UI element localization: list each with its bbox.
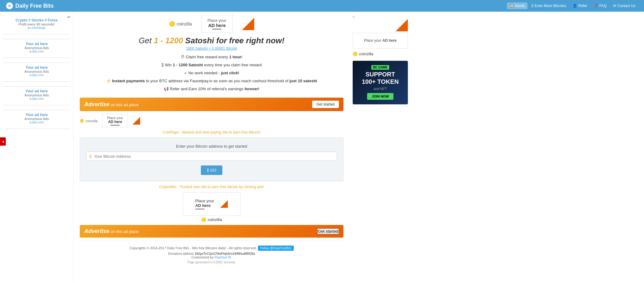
right-sidebar-collapse[interactable]: < <box>353 15 408 19</box>
place-ad-small-line2: AD here <box>108 120 122 124</box>
coinpayu-link: CoinPayu - Newest and best paying site t… <box>80 130 343 134</box>
place-ad-mid-line1: Place your <box>195 199 214 203</box>
place-ad-mid-triangle <box>220 200 228 208</box>
sidebar-ad-3-link[interactable]: a-ads.com <box>3 73 70 77</box>
ad-strip-2-text: Advertise on this ad place <box>84 228 139 235</box>
bitcoin-input-section: Enter your Bitcoin address to get starte… <box>80 138 343 181</box>
place-ad-mid-section: Place your AD here 🟡 coinzilla <box>80 192 343 222</box>
customized-by-label: Customized by <box>191 255 214 259</box>
right-sidebar: < Place your AD here 🟡 coinzilla BC.GAME… <box>350 12 411 282</box>
place-ad-mid-line2: AD here <box>195 203 211 208</box>
ad-strip-1-btn[interactable]: Get started <box>312 101 339 108</box>
right-triangle-top <box>353 19 408 31</box>
sidebar-ad-5-title[interactable]: Your ad here <box>3 113 70 117</box>
header: ⊙ Daily Free Bits 🏠 Home ₿ Even More Bit… <box>0 0 644 12</box>
coinzilla-mid: 🟡 coinzilla <box>201 217 222 222</box>
layout: ▬ Crypto // Stocks // Forex Profit every… <box>0 12 644 282</box>
nav-more-bitcoins[interactable]: ₿ Even More Bitcoins <box>529 2 569 9</box>
sidebar-minimize[interactable]: ▬ <box>3 15 70 18</box>
donation-label: Donations address <box>168 252 194 255</box>
hero-section: Get 1 - 1200 Satoshi for free right now!… <box>80 36 343 93</box>
logo-icon: ⊙ <box>6 2 13 9</box>
place-ad-top[interactable]: Place your AD here <box>201 15 233 33</box>
sidebar-ad-5-sub: Anonymous Ads <box>3 117 70 121</box>
bcgame-join-btn[interactable]: JOIN NOW <box>367 93 393 100</box>
coinzilla-emoji-top: 🟡 <box>169 21 175 27</box>
right-place-ad[interactable]: Place your AD here <box>353 33 408 48</box>
footer-copyright: Copyrights © 2014-2017 Daily Free Bits -… <box>129 246 257 250</box>
coinzilla-top-logo: 🟡 coinzilla <box>169 21 192 27</box>
bcgame-ad[interactable]: BC.GAME SUPPORT100+ TOKEN and NFT JOIN N… <box>353 61 408 104</box>
footer: Copyrights © 2014-2017 Daily Free Bits -… <box>80 241 343 269</box>
right-place-ad-line2: AD here <box>382 38 397 43</box>
right-place-ad-line1: Place your <box>364 38 381 43</box>
hero-heading: Get 1 - 1200 Satoshi for free right now! <box>80 36 343 45</box>
ad-strip-1-text: Advertise on this ad place <box>84 101 139 108</box>
nav-refer[interactable]: 👤 Refer <box>570 2 590 9</box>
coinzilla-small: 🟡 coinzilla <box>80 119 98 123</box>
sidebar-ad-5-link[interactable]: a-ads.com <box>3 121 70 124</box>
sidebar-ad-1: Crypto // Stocks // Forex Profit every 6… <box>3 18 70 34</box>
bcgame-logo: BC.GAME <box>357 65 403 69</box>
coinzilla-mid-label: coinzilla <box>208 217 222 222</box>
place-ad-small-line1: Place your <box>107 116 123 120</box>
input-label: Enter your Bitcoin address to get starte… <box>86 144 337 149</box>
sidebar-ad-1-title[interactable]: Crypto // Stocks // Forex <box>3 18 70 22</box>
sidebar-ad-4-sub: Anonymous Ads <box>3 93 70 97</box>
triangle-decor-top <box>242 18 254 30</box>
bitcoin-address-input[interactable] <box>94 154 334 159</box>
place-ad-small[interactable]: Place your AD here <box>102 114 128 127</box>
left-sidebar: ▬ Crypto // Stocks // Forex Profit every… <box>0 12 74 282</box>
feature-3: ✓ No work needed - just click! <box>80 69 343 77</box>
sidebar-ad-1-sub: Profit every 60 seconds! <box>3 22 70 26</box>
sidebar-ad-5: Your ad here Anonymous Ads a-ads.com <box>3 113 70 129</box>
go-button-label: ₿ GO <box>207 168 217 173</box>
ad-strip-2-btn[interactable]: Get started <box>317 228 339 234</box>
sidebar-ad-2-link[interactable]: a-ads.com <box>3 50 70 53</box>
nav-contact[interactable]: ✉ Contact Us <box>611 2 638 9</box>
feature-1: ⏱ Claim free reward every 1 hour! <box>80 53 343 61</box>
nav-home[interactable]: 🏠 Home <box>507 2 527 9</box>
customized-link[interactable]: Raphael M. <box>215 255 232 259</box>
sidebar-ad-4-link[interactable]: a-ads.com <box>3 97 70 100</box>
coinzilla-name-top: coinzilla <box>177 21 192 26</box>
right-place-ad-text: Place your AD here <box>358 38 403 44</box>
follow-button[interactable]: Follow @DailyFreeBits <box>258 246 294 251</box>
footer-donation: Donations address 192gxTcC1jn17HwFtqh2rn… <box>84 252 339 255</box>
coinzilla-right-label: coinzilla <box>359 52 373 56</box>
left-sticky-button[interactable]: ◄ <box>0 138 6 146</box>
coinzilla-right-emoji: 🟡 <box>353 52 358 56</box>
feature-2: ₿ Win 1 - 1200 Satoshi every time you cl… <box>80 61 343 69</box>
main-nav: 🏠 Home ₿ Even More Bitcoins 👤 Refer ❓ FA… <box>507 2 638 9</box>
hero-prefix: Get <box>139 36 154 45</box>
satoshi-value[interactable]: 1800 Satoshi = 0.00001 Bitcoin <box>80 46 343 51</box>
sidebar-ad-4-title[interactable]: Your ad here <box>3 89 70 93</box>
sidebar-ad-1-link[interactable]: po.exchange <box>3 26 70 29</box>
bitcoin-input-wrapper: ₿ <box>86 152 337 161</box>
sidebar-ad-3-title[interactable]: Your ad here <box>3 65 70 70</box>
sidebar-ad-2: Your ad here Anonymous Ads a-ads.com <box>3 42 70 58</box>
coinpayu-anchor[interactable]: CoinPayu - Newest and best paying site t… <box>163 130 261 134</box>
logo-area: ⊙ Daily Free Bits <box>6 2 54 9</box>
footer-customized: Customized by Raphael M. <box>84 255 339 259</box>
sidebar-ad-3-sub: Anonymous Ads <box>3 70 70 73</box>
place-ad-mid-box[interactable]: Place your AD here <box>183 192 240 216</box>
feature-4: ⚡ Instant payments to your BTC address v… <box>80 77 343 85</box>
donation-address: 192gxTcC1jn17HwFtqh2rn194WsuM5FjSa <box>195 252 255 255</box>
bcgame-subtitle: and NFT <box>357 87 403 91</box>
main-content: 🟡 coinzilla Place your AD here Get 1 - 1… <box>74 12 350 282</box>
sidebar-ad-4: Your ad here Anonymous Ads a-ads.com <box>3 89 70 105</box>
page-gen: Page generated in 0.0001 seconds. <box>84 261 339 264</box>
footer-copyright-row: Copyrights © 2014-2017 Daily Free Bits -… <box>84 246 339 251</box>
sidebar-ad-2-title[interactable]: Your ad here <box>3 42 70 46</box>
coinzilla-small-name: coinzilla <box>86 119 98 123</box>
place-ad-mid-text: Place your AD here <box>195 199 214 209</box>
place-ad-line2-top: AD here <box>208 23 226 28</box>
sidebar-ad-3: Your ad here Anonymous Ads a-ads.com <box>3 65 70 82</box>
sidebar-ad-2-sub: Anonymous Ads <box>3 46 70 50</box>
go-button[interactable]: ₿ GO <box>201 165 223 175</box>
coinzilla-small-emoji: 🟡 <box>80 119 84 123</box>
coinzilla-small-row: 🟡 coinzilla Place your AD here <box>80 114 343 127</box>
nav-faq[interactable]: ❓ FAQ <box>591 2 609 9</box>
cryptowin-anchor[interactable]: CryptoWin - Trusted new site to earn fre… <box>159 185 264 189</box>
